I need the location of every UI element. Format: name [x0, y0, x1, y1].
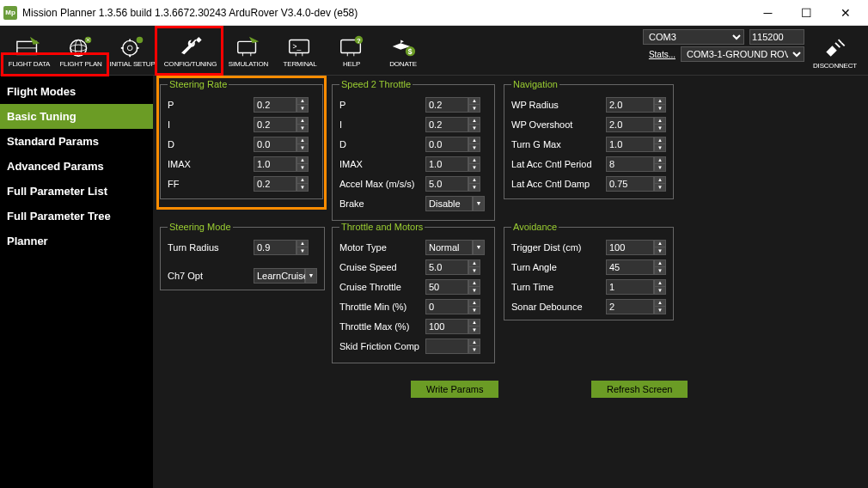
- param-input[interactable]: [254, 97, 296, 113]
- sidebar-item-basic-tuning[interactable]: Basic Tuning: [0, 104, 153, 129]
- tab-flight-data[interactable]: FLIGHT DATA: [3, 27, 55, 75]
- plug-icon: [822, 35, 849, 61]
- spinner[interactable]: ▲▼: [654, 279, 666, 295]
- chevron-down-icon[interactable]: ▼: [473, 196, 485, 211]
- port-select[interactable]: COM3: [643, 29, 744, 45]
- param-input[interactable]: [425, 97, 468, 113]
- tab-config-tuning[interactable]: CONFIG/TUNING: [158, 27, 223, 75]
- param-row: P▲▼: [339, 95, 487, 114]
- write-params-button[interactable]: Write Params: [411, 381, 498, 398]
- param-input[interactable]: [606, 156, 654, 172]
- spinner[interactable]: ▲▼: [654, 97, 666, 113]
- param-input[interactable]: [425, 176, 468, 192]
- sidebar-item-flight-modes[interactable]: Flight Modes: [0, 79, 153, 104]
- spinner[interactable]: ▲▼: [654, 156, 666, 172]
- spinner[interactable]: ▲▼: [468, 176, 480, 192]
- spinner[interactable]: ▲▼: [654, 117, 666, 132]
- spinner[interactable]: ▲▼: [654, 299, 666, 314]
- select-brake[interactable]: Disable: [425, 196, 473, 211]
- sidebar-item-full-parameter-list[interactable]: Full Parameter List: [0, 179, 153, 204]
- param-input[interactable]: [606, 299, 654, 314]
- disconnect-button[interactable]: DISCONNECT: [807, 31, 863, 74]
- param-row: Throttle Max (%)▲▼: [339, 316, 487, 336]
- tab-flight-plan[interactable]: FLIGHT PLAN: [55, 27, 107, 75]
- spinner[interactable]: ▲▼: [468, 117, 480, 132]
- param-input[interactable]: [606, 259, 654, 275]
- param-label: Turn G Max: [511, 139, 606, 149]
- param-input[interactable]: [254, 156, 296, 172]
- param-label: I: [339, 119, 425, 130]
- chevron-down-icon[interactable]: ▼: [305, 268, 317, 284]
- tab-initial-setup[interactable]: INITIAL SETUP: [107, 27, 158, 75]
- param-input[interactable]: [425, 299, 468, 314]
- param-label: Turn Time: [511, 282, 606, 292]
- stats-link[interactable]: Stats...: [649, 50, 675, 59]
- param-input[interactable]: [606, 97, 654, 113]
- param-row: D▲▼: [339, 134, 487, 154]
- group-steering-rate: Steering Rate P▲▼I▲▼D▲▼IMAX▲▼FF▲▼: [160, 79, 323, 199]
- spinner[interactable]: ▲▼: [468, 259, 480, 275]
- spinner[interactable]: ▲▼: [296, 117, 309, 132]
- spinner[interactable]: ▲▼: [468, 299, 480, 314]
- spinner[interactable]: ▲▼: [296, 176, 309, 192]
- minimize-button[interactable]: ─: [749, 1, 787, 25]
- param-input[interactable]: [254, 137, 296, 152]
- sidebar-item-full-parameter-tree[interactable]: Full Parameter Tree: [0, 204, 153, 229]
- globe-icon: [67, 34, 95, 59]
- param-input[interactable]: [606, 176, 654, 192]
- param-input[interactable]: [606, 117, 654, 132]
- spinner[interactable]: ▲▼: [654, 240, 666, 255]
- group-title: Steering Mode: [168, 222, 233, 232]
- param-input[interactable]: [254, 117, 296, 132]
- spinner[interactable]: ▲▼: [468, 339, 480, 354]
- spinner[interactable]: ▲▼: [654, 176, 666, 192]
- param-row: IMAX▲▼: [168, 154, 315, 174]
- refresh-screen-button[interactable]: Refresh Screen: [591, 381, 688, 398]
- param-input[interactable]: [425, 137, 468, 152]
- spinner[interactable]: ▲▼: [468, 137, 480, 152]
- param-row: WP Radius▲▼: [511, 95, 666, 114]
- param-row: Turn G Max▲▼: [511, 134, 666, 154]
- spinner[interactable]: ▲▼: [468, 97, 480, 113]
- select-ch7-opt[interactable]: LearnCruise: [254, 268, 305, 284]
- sidebar-item-advanced-params[interactable]: Advanced Params: [0, 154, 153, 179]
- param-input[interactable]: [254, 176, 296, 192]
- spinner[interactable]: ▲▼: [296, 97, 309, 113]
- spinner[interactable]: ▲▼: [654, 137, 666, 152]
- spinner[interactable]: ▲▼: [654, 259, 666, 275]
- tab-simulation[interactable]: SIMULATION: [223, 27, 274, 75]
- spinner[interactable]: ▲▼: [468, 279, 480, 295]
- spinner[interactable]: ▲▼: [468, 156, 480, 172]
- input-turn-radius[interactable]: [254, 240, 296, 255]
- tab-terminal[interactable]: >_ TERMINAL: [274, 27, 326, 75]
- param-row: IMAX▲▼: [339, 154, 487, 174]
- spinner[interactable]: ▲▼: [296, 137, 309, 152]
- param-input[interactable]: [425, 339, 468, 354]
- spinner[interactable]: ▲▼: [296, 240, 309, 255]
- titlebar: Mp Mission Planner 1.3.56 build 1.3.6672…: [0, 0, 868, 26]
- sidebar-item-planner[interactable]: Planner: [0, 229, 153, 253]
- param-input[interactable]: [425, 259, 468, 275]
- param-input[interactable]: [606, 240, 654, 255]
- param-input[interactable]: [425, 279, 468, 295]
- param-input[interactable]: [606, 279, 654, 295]
- tab-help[interactable]: ? HELP: [326, 27, 377, 75]
- param-input[interactable]: [425, 156, 468, 172]
- baud-input[interactable]: [749, 29, 804, 45]
- spinner[interactable]: ▲▼: [468, 319, 480, 334]
- sidebar-item-standard-params[interactable]: Standard Params: [0, 129, 153, 154]
- spinner[interactable]: ▲▼: [296, 156, 309, 172]
- select-motor-type[interactable]: Normal: [425, 240, 473, 255]
- param-label: FF: [168, 179, 254, 189]
- param-row: FF▲▼: [168, 174, 315, 193]
- plane-data-icon: [15, 34, 43, 59]
- tab-donate[interactable]: $ DONATE: [377, 27, 429, 75]
- param-input[interactable]: [606, 137, 654, 152]
- param-input[interactable]: [425, 117, 468, 132]
- chevron-down-icon[interactable]: ▼: [473, 240, 485, 255]
- param-input[interactable]: [425, 319, 468, 334]
- close-button[interactable]: ✕: [826, 1, 865, 25]
- vehicle-select[interactable]: COM3-1-GROUND ROVER: [681, 46, 804, 62]
- param-row: WP Overshoot▲▼: [511, 114, 666, 134]
- maximize-button[interactable]: ☐: [787, 1, 826, 25]
